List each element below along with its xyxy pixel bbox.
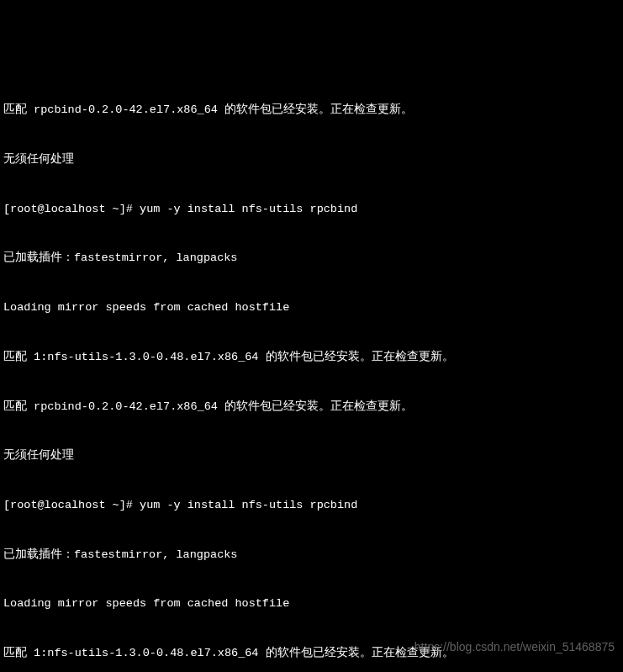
watermark-text: https://blog.csdn.net/weixin_51468875: [414, 638, 615, 655]
terminal-line: Loading mirror speeds from cached hostfi…: [3, 595, 620, 612]
terminal-output[interactable]: 匹配 rpcbind-0.2.0-42.el7.x86_64 的软件包已经安装。…: [3, 69, 620, 672]
terminal-line: 已加载插件：fastestmirror, langpacks: [3, 547, 620, 564]
terminal-line: Loading mirror speeds from cached hostfi…: [3, 299, 620, 316]
terminal-line: 无须任何处理: [3, 151, 620, 168]
terminal-line: [root@localhost ~]# yum -y install nfs-u…: [3, 497, 620, 514]
terminal-line: 无须任何处理: [3, 447, 620, 464]
terminal-line: 已加载插件：fastestmirror, langpacks: [3, 250, 620, 267]
terminal-line: 匹配 1:nfs-utils-1.3.0-0.48.el7.x86_64 的软件…: [3, 349, 620, 366]
terminal-line: 匹配 rpcbind-0.2.0-42.el7.x86_64 的软件包已经安装。…: [3, 102, 620, 119]
terminal-line: 匹配 rpcbind-0.2.0-42.el7.x86_64 的软件包已经安装。…: [3, 399, 620, 415]
terminal-line: [root@localhost ~]# yum -y install nfs-u…: [3, 201, 620, 218]
